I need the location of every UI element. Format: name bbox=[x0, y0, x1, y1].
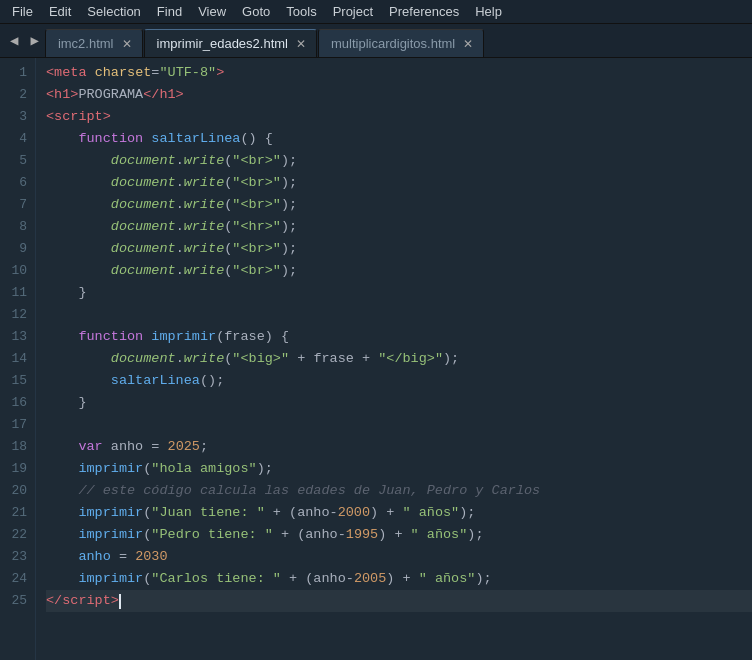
line-num-5: 5 bbox=[4, 150, 27, 172]
code-line-12 bbox=[46, 304, 752, 326]
line-num-14: 14 bbox=[4, 348, 27, 370]
tab-multiplicardigitos[interactable]: multiplicardigitos.html ✕ bbox=[318, 29, 484, 57]
tab-imc2-label: imc2.html bbox=[58, 36, 114, 51]
code-line-2: <h1>PROGRAMA</h1> bbox=[46, 84, 752, 106]
line-num-11: 11 bbox=[4, 282, 27, 304]
code-line-13: function imprimir(frase) { bbox=[46, 326, 752, 348]
menu-selection[interactable]: Selection bbox=[79, 2, 148, 21]
tab-imprimir-edades2[interactable]: imprimir_edades2.html ✕ bbox=[144, 29, 318, 57]
code-line-8: document.write("<hr>"); bbox=[46, 216, 752, 238]
line-num-20: 20 bbox=[4, 480, 27, 502]
tab-multiplicardigitos-label: multiplicardigitos.html bbox=[331, 36, 455, 51]
line-num-25: 25 bbox=[4, 590, 27, 612]
tab-next-button[interactable]: ▶ bbox=[24, 28, 44, 53]
tab-multiplicardigitos-close[interactable]: ✕ bbox=[463, 37, 473, 51]
code-line-17 bbox=[46, 414, 752, 436]
line-num-1: 1 bbox=[4, 62, 27, 84]
menu-find[interactable]: Find bbox=[149, 2, 190, 21]
menu-preferences[interactable]: Preferences bbox=[381, 2, 467, 21]
code-line-4: function saltarLinea() { bbox=[46, 128, 752, 150]
line-num-8: 8 bbox=[4, 216, 27, 238]
line-num-9: 9 bbox=[4, 238, 27, 260]
code-line-22: imprimir("Pedro tiene: " + (anho-1995) +… bbox=[46, 524, 752, 546]
code-line-5: document.write("<br>"); bbox=[46, 150, 752, 172]
line-num-12: 12 bbox=[4, 304, 27, 326]
line-num-24: 24 bbox=[4, 568, 27, 590]
tab-imprimir-edades2-close[interactable]: ✕ bbox=[296, 37, 306, 51]
menu-view[interactable]: View bbox=[190, 2, 234, 21]
menu-edit[interactable]: Edit bbox=[41, 2, 79, 21]
code-line-14: document.write("<big>" + frase + "</big>… bbox=[46, 348, 752, 370]
menu-tools[interactable]: Tools bbox=[278, 2, 324, 21]
code-line-25: </script> bbox=[46, 590, 752, 612]
code-line-1: <meta charset="UTF-8"> bbox=[46, 62, 752, 84]
line-num-22: 22 bbox=[4, 524, 27, 546]
menu-bar: File Edit Selection Find View Goto Tools… bbox=[0, 0, 752, 24]
code-line-21: imprimir("Juan tiene: " + (anho-2000) + … bbox=[46, 502, 752, 524]
menu-file[interactable]: File bbox=[4, 2, 41, 21]
line-num-16: 16 bbox=[4, 392, 27, 414]
line-num-4: 4 bbox=[4, 128, 27, 150]
code-line-10: document.write("<br>"); bbox=[46, 260, 752, 282]
line-num-13: 13 bbox=[4, 326, 27, 348]
menu-project[interactable]: Project bbox=[325, 2, 381, 21]
code-line-18: var anho = 2025; bbox=[46, 436, 752, 458]
line-num-10: 10 bbox=[4, 260, 27, 282]
code-line-15: saltarLinea(); bbox=[46, 370, 752, 392]
line-num-17: 17 bbox=[4, 414, 27, 436]
tab-imc2-close[interactable]: ✕ bbox=[122, 37, 132, 51]
code-line-23: anho = 2030 bbox=[46, 546, 752, 568]
code-content[interactable]: <meta charset="UTF-8"> <h1>PROGRAMA</h1>… bbox=[36, 58, 752, 660]
line-num-19: 19 bbox=[4, 458, 27, 480]
code-line-9: document.write("<br>"); bbox=[46, 238, 752, 260]
line-num-15: 15 bbox=[4, 370, 27, 392]
code-line-24: imprimir("Carlos tiene: " + (anho-2005) … bbox=[46, 568, 752, 590]
line-numbers: 1 2 3 4 5 6 7 8 9 10 11 12 13 14 15 16 1… bbox=[0, 58, 36, 660]
line-num-18: 18 bbox=[4, 436, 27, 458]
line-num-3: 3 bbox=[4, 106, 27, 128]
code-editor[interactable]: 1 2 3 4 5 6 7 8 9 10 11 12 13 14 15 16 1… bbox=[0, 58, 752, 660]
code-line-3: <script> bbox=[46, 106, 752, 128]
code-line-11: } bbox=[46, 282, 752, 304]
tab-imprimir-edades2-label: imprimir_edades2.html bbox=[157, 36, 289, 51]
code-line-19: imprimir("hola amigos"); bbox=[46, 458, 752, 480]
line-num-6: 6 bbox=[4, 172, 27, 194]
code-line-7: document.write("<br>"); bbox=[46, 194, 752, 216]
code-line-20: // este código calcula las edades de Jua… bbox=[46, 480, 752, 502]
code-line-16: } bbox=[46, 392, 752, 414]
line-num-7: 7 bbox=[4, 194, 27, 216]
text-cursor bbox=[119, 594, 121, 609]
menu-help[interactable]: Help bbox=[467, 2, 510, 21]
line-num-21: 21 bbox=[4, 502, 27, 524]
tab-imc2[interactable]: imc2.html ✕ bbox=[45, 29, 143, 57]
tabs-bar: ◀ ▶ imc2.html ✕ imprimir_edades2.html ✕ … bbox=[0, 24, 752, 58]
tab-prev-button[interactable]: ◀ bbox=[4, 28, 24, 53]
line-num-23: 23 bbox=[4, 546, 27, 568]
menu-goto[interactable]: Goto bbox=[234, 2, 278, 21]
line-num-2: 2 bbox=[4, 84, 27, 106]
code-line-6: document.write("<br>"); bbox=[46, 172, 752, 194]
